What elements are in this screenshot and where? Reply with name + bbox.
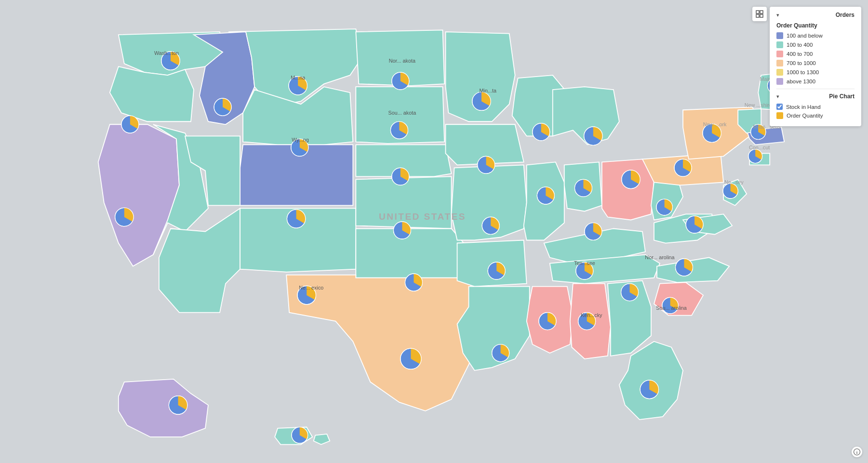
label-southdakota: Sou... akota: [388, 110, 416, 116]
legend-label-0: 100 and below: [787, 33, 823, 39]
us-map-label: UNITED STATES: [379, 212, 466, 222]
pie-colorado: [287, 210, 306, 228]
legend-label-3: 700 to 1000: [787, 60, 816, 66]
pie-chart-label: Pie Chart: [829, 93, 855, 100]
pie-nebraska: [392, 168, 409, 185]
color-box-1: [776, 41, 783, 48]
label-newjersey: Ne...sey: [724, 179, 744, 185]
label-kentucky: Ken...cky: [581, 312, 602, 318]
pie-kentucky: [585, 223, 602, 240]
pie-ohio: [622, 170, 641, 188]
pie-westvirginia: [656, 199, 673, 215]
label-northdakota: Nor... akota: [389, 58, 415, 64]
svg-rect-87: [756, 14, 759, 17]
layers-icon: [756, 10, 763, 18]
legend-label-2: 400 to 700: [787, 51, 813, 57]
pie-idaho: [214, 98, 231, 116]
label-southcarolina: Sou... arolina: [656, 305, 687, 311]
legend-label-5: above 1300: [787, 79, 815, 84]
pie-missouri: [482, 217, 499, 234]
pie-iowa: [478, 156, 495, 173]
pie-hawaii: [292, 427, 308, 444]
pie-mississippi: [539, 313, 556, 330]
pie-minnesota: [472, 92, 491, 110]
legend-pie-header: ▾ Pie Chart: [776, 93, 855, 100]
chevron-down-icon-2: ▾: [776, 93, 779, 100]
label-newhampshire: New ...shire: [745, 102, 772, 108]
label-newyork: New ...ork: [703, 121, 727, 127]
color-box-0: [776, 32, 783, 39]
pie-florida: [640, 380, 659, 398]
state-oklahoma: [356, 228, 468, 278]
pie-california: [115, 208, 134, 226]
pie-texas: [401, 348, 421, 369]
legend-item-5: above 1300: [776, 78, 855, 85]
pie-newjersey: [723, 184, 738, 198]
pie-southdakota: [390, 121, 408, 139]
pie-wisconsin: [533, 123, 550, 141]
orders-label: Orders: [836, 12, 855, 18]
us-map-svg: UNITED STATES: [0, 0, 868, 463]
map-container: UNITED STATES: [0, 0, 868, 463]
order-qty-color-box: [776, 112, 783, 119]
legend-label-4: 1000 to 1300: [787, 69, 819, 75]
label-newmexico: Ne... exico: [299, 285, 323, 291]
pie-virginia: [686, 216, 703, 233]
pie-northcarolina: [675, 259, 693, 276]
label-minnesota: Min...ta: [480, 88, 496, 93]
legend-item-1: 100 to 400: [776, 41, 855, 48]
pie-indiana: [574, 179, 592, 197]
pie-alaska: [169, 396, 187, 414]
order-quantity-label: Order Quantity: [776, 22, 855, 29]
color-box-2: [776, 51, 783, 57]
chevron-down-icon: ▾: [776, 12, 779, 18]
svg-text:i: i: [856, 450, 858, 455]
pie-arkansas: [488, 262, 505, 279]
color-box-3: [776, 60, 783, 66]
legend-item-0: 100 and below: [776, 32, 855, 39]
pie-georgia: [621, 284, 639, 301]
label-washington: Wash...ton: [154, 50, 179, 56]
pie-oklahoma: [405, 274, 422, 291]
label-wyoming: Wy...ng: [292, 137, 309, 143]
stock-in-hand-label: Stock in Hand: [786, 104, 821, 110]
label-northcarolina: Nor... arolina: [645, 254, 674, 260]
pie-michigan: [584, 127, 603, 145]
pie-pennsylvania: [674, 159, 692, 176]
info-button[interactable]: i: [852, 447, 862, 457]
legend-item-2: 400 to 700: [776, 51, 855, 57]
pie-illinois: [537, 187, 554, 204]
layer-control-button[interactable]: [752, 7, 767, 21]
order-quantity-pie-label: Order Quantity: [787, 113, 823, 119]
legend-pie-item-0: Stock in Hand: [776, 104, 855, 110]
info-icon: i: [854, 449, 860, 455]
legend-divider: [776, 89, 855, 89]
pie-kansas: [393, 222, 411, 239]
svg-rect-88: [760, 14, 763, 17]
svg-rect-85: [756, 11, 759, 13]
color-box-4: [776, 69, 783, 76]
legend-label-1: 100 to 400: [787, 42, 813, 48]
stock-in-hand-checkbox[interactable]: [776, 104, 783, 110]
legend-pie-item-1: Order Quantity: [776, 112, 855, 119]
svg-rect-86: [760, 11, 763, 13]
pie-louisiana: [492, 344, 509, 362]
state-ohio: [602, 159, 654, 220]
legend-orders-header: ▾ Orders: [776, 12, 855, 18]
color-box-5: [776, 78, 783, 85]
state-oregon: [110, 66, 194, 121]
legend-item-4: 1000 to 1300: [776, 69, 855, 76]
pie-oregon: [121, 116, 139, 133]
legend-item-3: 700 to 1000: [776, 60, 855, 66]
pie-northdakota: [392, 72, 409, 90]
legend-panel: ▾ Orders Order Quantity 100 and below 10…: [770, 7, 861, 126]
label-connecticut: Con...cut: [749, 145, 770, 150]
label-tennessee: Ten...see: [574, 260, 595, 266]
label-montana: M...na: [291, 75, 305, 80]
pie-connecticut: [748, 149, 762, 163]
